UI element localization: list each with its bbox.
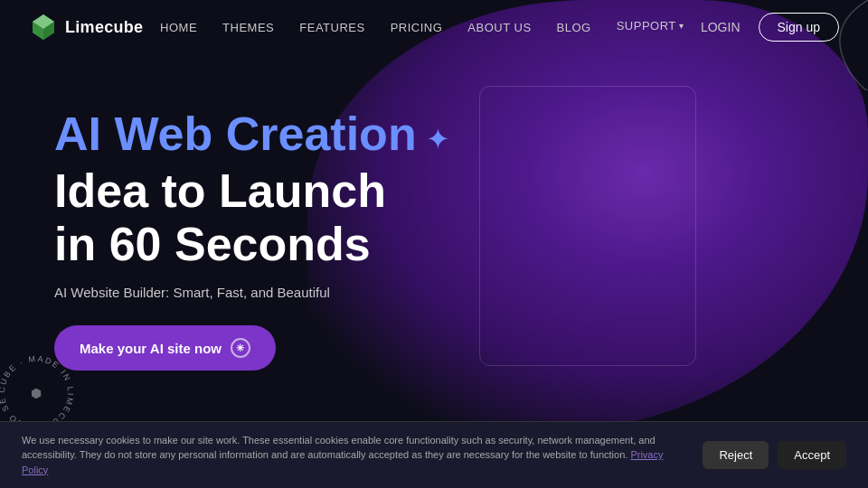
brand-name: Limecube bbox=[65, 18, 143, 37]
svg-text:⬢: ⬢ bbox=[31, 386, 42, 400]
sparkle-icon: ✦ bbox=[426, 122, 450, 156]
nav-home[interactable]: HOME bbox=[160, 21, 197, 34]
signup-button[interactable]: Sign up bbox=[759, 13, 839, 42]
logo[interactable]: Limecube bbox=[29, 13, 143, 42]
hero-title-line2: Idea to Launch bbox=[54, 165, 450, 217]
nav-blog[interactable]: BLOG bbox=[557, 21, 591, 34]
nav-about[interactable]: ABOUT US bbox=[467, 21, 531, 34]
cookie-banner: We use necessary cookies to make our sit… bbox=[0, 421, 868, 489]
navbar: Limecube HOME THEMES FEATURES PRICING AB… bbox=[0, 0, 868, 54]
nav-features[interactable]: FEATURES bbox=[299, 21, 364, 34]
chevron-down-icon: ▾ bbox=[679, 21, 684, 31]
hero-title-ai: AI Web Creation bbox=[54, 108, 417, 160]
hero-section: AI Web Creation ✦ Idea to Launch in 60 S… bbox=[54, 108, 450, 371]
hero-subtitle: AI Website Builder: Smart, Fast, and Bea… bbox=[54, 285, 450, 300]
logo-icon bbox=[29, 13, 58, 42]
nav-actions: LOGIN Sign up bbox=[701, 13, 839, 42]
cta-label: Make your AI site now bbox=[80, 341, 222, 356]
nav-themes[interactable]: THEMES bbox=[222, 21, 274, 34]
nav-pricing[interactable]: PRICING bbox=[391, 21, 443, 34]
login-link[interactable]: LOGIN bbox=[701, 20, 741, 34]
card-decoration bbox=[479, 86, 696, 366]
nav-links: HOME THEMES FEATURES PRICING ABOUT US BL… bbox=[160, 19, 684, 35]
reject-button[interactable]: Reject bbox=[703, 441, 769, 469]
hero-title-line3: in 60 Seconds bbox=[54, 219, 450, 270]
cookie-text: We use necessary cookies to make our sit… bbox=[22, 433, 684, 478]
nav-support[interactable]: SUPPORT ▾ bbox=[617, 19, 684, 33]
hero-title-line1: AI Web Creation ✦ bbox=[54, 108, 450, 164]
accept-button[interactable]: Accept bbox=[778, 441, 846, 469]
spin-icon: ✳ bbox=[231, 338, 250, 358]
cookie-actions: Reject Accept bbox=[703, 441, 846, 469]
cta-button[interactable]: Make your AI site now ✳ bbox=[54, 325, 276, 371]
